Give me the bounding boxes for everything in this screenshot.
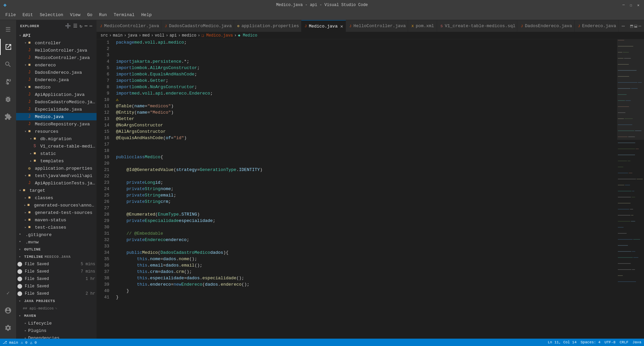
sidebar-file-apiapplication[interactable]: J ApiApplication.java [16, 91, 97, 98]
sidebar-folder-dbmigration[interactable]: ▾ ■ db.migration [16, 135, 97, 142]
sidebar-file-especialidade[interactable]: J Especialidade.java [16, 106, 97, 113]
activity-explorer-icon[interactable] [0, 39, 16, 55]
sidebar-folder-maven-status[interactable]: ▸ ■ maven-status [16, 216, 97, 224]
tab-dadoscadastromedico[interactable]: J DadosCadastroMedico.java [161, 20, 234, 32]
sidebar-folder-classes[interactable]: ▸ ■ classes [16, 194, 97, 201]
menu-run[interactable]: Run [96, 11, 109, 19]
maven-item-dependencies[interactable]: ▸ Dependencies [16, 334, 97, 339]
menu-go[interactable]: Go [84, 11, 95, 19]
sidebar-folder-test[interactable]: ▾ ■ test\java\med\voll\api [16, 172, 97, 179]
more-icon[interactable]: ⋯ [639, 23, 641, 29]
tab-medico[interactable]: J Medico.java ✕ [301, 20, 346, 32]
sidebar-folder-medico[interactable]: ▾ ■ medico [16, 83, 97, 91]
activity-search-icon[interactable] [0, 56, 16, 72]
menu-file[interactable]: File [3, 11, 18, 19]
sidebar-file-dadosendereco[interactable]: J DadosEndereco.java [16, 69, 97, 76]
sidebar-file-medicorepository[interactable]: J MedicoRepository.java [16, 120, 97, 128]
split-editor-icon[interactable]: ⬒ [630, 23, 633, 29]
title-bar: ❖ Medico.java - api - Visual Studio Code… [0, 0, 644, 10]
sidebar-folder-test-classes[interactable]: ▸ ■ test-classes [16, 224, 97, 231]
restore-button[interactable]: ☐ [629, 3, 633, 7]
sidebar-folder-generated-sources[interactable]: ▸ ■ generated-sources\annotations [16, 201, 97, 209]
menu-edit[interactable]: Edit [20, 11, 36, 19]
activity-settings-icon[interactable] [0, 320, 16, 336]
tab-dadosendereco[interactable]: J DadosEndereco.java [517, 20, 574, 32]
breadcrumb-med[interactable]: med [142, 33, 150, 38]
title-bar-title: Medico.java - api - Visual Studio Code [276, 3, 368, 7]
sidebar-section-api[interactable]: ▾ API [16, 32, 97, 39]
minimize-button[interactable]: ─ [621, 3, 626, 7]
sidebar-folder-controller[interactable]: ▾ ■ controller [16, 39, 97, 47]
code-line-15: @AllArgsConstructor [116, 128, 617, 135]
sidebar-section-maven[interactable]: ▾ MAVEN [16, 312, 97, 320]
sidebar-folder-target[interactable]: ▾ ■ target [16, 187, 97, 194]
tab-medicocontroller[interactable]: J MedicoController.java [97, 20, 161, 32]
tab-endereco[interactable]: J Endereco.java [575, 20, 619, 32]
indentation[interactable]: Spaces: 4 [581, 340, 600, 344]
breadcrumb-medico-class[interactable]: ◆ Medico [238, 33, 257, 38]
breadcrumb-medico-folder[interactable]: medico [182, 33, 196, 38]
breadcrumb-src[interactable]: src [101, 33, 108, 38]
activity-debug-icon[interactable] [0, 91, 16, 107]
tab-overflow-icon[interactable]: ⋯ [619, 23, 628, 30]
more-actions-icon[interactable]: ⋯ [90, 23, 93, 29]
encoding[interactable]: UTF-8 [604, 340, 616, 344]
refresh-icon[interactable]: ↻ [79, 23, 82, 29]
code-line-23: private Long id; [116, 179, 617, 186]
sidebar-file-endereco[interactable]: J Endereco.java [16, 76, 97, 83]
new-folder-icon[interactable]: ☰ [73, 23, 78, 29]
maven-item-plugins[interactable]: ▸ Plugins [16, 327, 97, 334]
collapse-all-icon[interactable]: ━ [84, 23, 87, 29]
code-line-5: import lombok.AllArgsConstructor; [116, 65, 617, 71]
git-branch-icon[interactable]: ⎇ main [3, 340, 18, 345]
tab-hellocontroller[interactable]: J HelloController.java [346, 20, 408, 32]
sidebar-folder-generated-test[interactable]: ▸ ■ generated-test-sources [16, 209, 97, 216]
menu-selection[interactable]: Selection [37, 11, 66, 19]
new-file-icon[interactable]: ➕ [65, 23, 71, 29]
sidebar-section-timeline[interactable]: ▾ TIMELINE Medico.java [16, 253, 97, 261]
sidebar-folder-static[interactable]: ▸ ■ static [16, 150, 97, 157]
tab-v1sql[interactable]: S V1_create-table-medicos.sql [437, 20, 517, 32]
tab-close-medico[interactable]: ✕ [340, 23, 343, 29]
code-line-29: private Especialidade especialidade; [116, 218, 617, 224]
activity-extensions-icon[interactable] [0, 109, 16, 125]
breadcrumb-medico-file[interactable]: ❑ Medico.java [201, 33, 233, 38]
sidebar-file-mvnw[interactable]: • .mvnw [16, 238, 97, 246]
sidebar-section-java-projects[interactable]: ▾ JAVA PROJECTS [16, 297, 97, 305]
breadcrumb-api[interactable]: api [170, 33, 177, 38]
layout-icon[interactable]: ⬓ [634, 23, 637, 29]
menu-terminal[interactable]: Terminal [111, 11, 137, 19]
sidebar-folder-endereco[interactable]: ▾ ■ endereco [16, 61, 97, 69]
activity-bar-bottom: ✓ [0, 285, 16, 339]
code-editor[interactable]: package med.voll.api.medico; import jaka… [113, 39, 617, 339]
activity-menu-icon[interactable]: ☰ [0, 21, 16, 38]
close-button[interactable]: ✕ [636, 3, 641, 7]
sidebar-file-hellocontroller[interactable]: J HelloController.java [16, 47, 97, 54]
breadcrumb-voll[interactable]: voll [155, 33, 165, 38]
code-line-37: this.crm = dados.crm(); [116, 269, 617, 275]
code-line-17 [116, 141, 617, 148]
maven-item-lifecycle[interactable]: ▸ Lifecycle [16, 320, 97, 327]
sidebar-folder-resources[interactable]: ▾ ■ resources [16, 128, 97, 135]
breadcrumb-java[interactable]: java [128, 33, 137, 38]
menu-help[interactable]: Help [138, 11, 154, 19]
tab-appproperties[interactable]: ⚙ application.properties [234, 20, 301, 32]
sidebar-file-apiapplicationtests[interactable]: J ApiApplicationTests.java [16, 179, 97, 187]
sidebar-file-medicocontroller[interactable]: J MedicoController.java [16, 54, 97, 61]
activity-test-icon[interactable]: ✓ [0, 285, 16, 301]
tab-pomxml[interactable]: X pom.xml [408, 20, 437, 32]
sidebar-file-gitignore[interactable]: • .gitignore [16, 231, 97, 238]
activity-account-icon[interactable] [0, 302, 16, 319]
sidebar-folder-templates[interactable]: ▸ ■ templates [16, 157, 97, 165]
breadcrumb-main[interactable]: main [113, 33, 123, 38]
activity-source-control-icon[interactable] [0, 74, 16, 90]
sidebar-file-v1sql[interactable]: S V1_create-table-medicos.sql [16, 142, 97, 150]
sidebar-file-dadoscadastromedico[interactable]: J DadosCadastroMedico.java [16, 98, 97, 106]
menu-view[interactable]: View [67, 11, 83, 19]
sidebar-file-medico[interactable]: J Medico.java [16, 113, 97, 120]
line-ending[interactable]: CRLF [620, 340, 628, 344]
sidebar-section-outline[interactable]: ▾ OUTLINE [16, 246, 97, 253]
cursor-position[interactable]: Ln 11, Col 14 [548, 340, 577, 344]
sidebar-file-appproperties[interactable]: ⚙ application.properties [16, 165, 97, 172]
language-mode[interactable]: Java [633, 340, 641, 344]
